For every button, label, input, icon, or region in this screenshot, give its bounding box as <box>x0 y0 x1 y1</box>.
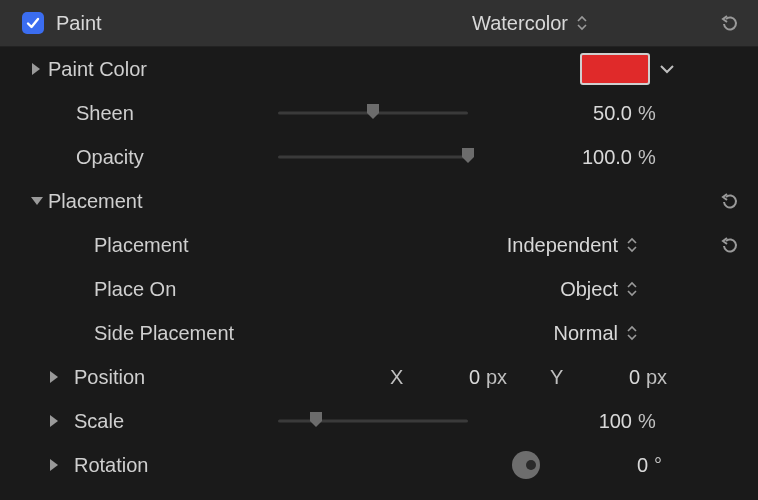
paint-header-row: Paint Watercolor <box>0 0 758 47</box>
rotation-row: Rotation 0 ° <box>0 443 758 487</box>
sheen-row: Sheen 50.0 % <box>0 91 758 135</box>
side-placement-value: Normal <box>554 322 618 345</box>
rotation-value[interactable]: 0 <box>598 454 648 477</box>
undo-icon <box>718 12 740 34</box>
side-placement-row: Side Placement Normal <box>0 311 758 355</box>
side-placement-select[interactable]: Normal <box>554 322 638 345</box>
position-label: Position <box>66 366 274 389</box>
place-on-select[interactable]: Object <box>560 278 638 301</box>
position-disclosure[interactable] <box>48 370 66 384</box>
triangle-down-icon <box>30 195 44 207</box>
position-y-axis-label: Y <box>550 366 578 389</box>
slider-thumb-icon <box>458 145 478 165</box>
scale-label: Scale <box>66 410 204 433</box>
sheen-label: Sheen <box>48 102 276 125</box>
checkmark-icon <box>25 15 41 31</box>
scale-row: Scale 100 % <box>0 399 758 443</box>
triangle-right-icon <box>48 370 60 384</box>
paint-preset-value: Watercolor <box>472 12 568 35</box>
position-xy: X 0 px Y 0 px <box>390 366 678 389</box>
position-x-unit: px <box>486 366 518 389</box>
opacity-value[interactable]: 100.0 <box>552 146 632 169</box>
updown-arrows-icon <box>626 281 638 297</box>
placement-group-label: Placement <box>48 190 248 213</box>
opacity-label: Opacity <box>48 146 276 169</box>
paint-title: Paint <box>56 12 102 35</box>
sheen-unit: % <box>632 102 678 125</box>
slider-thumb-icon <box>306 409 326 429</box>
opacity-slider-thumb[interactable] <box>458 145 478 165</box>
paint-color-disclosure[interactable] <box>30 62 48 76</box>
scale-unit: % <box>632 410 678 433</box>
opacity-unit: % <box>632 146 678 169</box>
paint-inspector-panel: Paint Watercolor Paint Color <box>0 0 758 487</box>
paint-enable-checkbox[interactable] <box>22 12 44 34</box>
undo-icon <box>718 190 740 212</box>
placement-group-reset-button[interactable] <box>718 190 740 212</box>
position-y-unit: px <box>646 366 678 389</box>
triangle-right-icon <box>30 62 42 76</box>
placement-disclosure[interactable] <box>30 195 48 207</box>
slider-thumb-icon <box>363 101 383 121</box>
position-y-value[interactable]: 0 <box>584 366 640 389</box>
sheen-slider-thumb[interactable] <box>363 101 383 121</box>
paint-color-label: Paint Color <box>48 58 248 81</box>
placement-row: Placement Independent <box>0 223 758 267</box>
place-on-label: Place On <box>48 278 294 301</box>
rotation-disclosure[interactable] <box>48 458 66 472</box>
scale-disclosure[interactable] <box>48 414 66 428</box>
opacity-row: Opacity 100.0 % <box>0 135 758 179</box>
placement-group-row: Placement <box>0 179 758 223</box>
chevron-down-icon <box>659 63 675 75</box>
sheen-slider[interactable] <box>278 101 468 125</box>
paint-color-swatch[interactable] <box>580 53 650 85</box>
position-x-axis-label: X <box>390 366 418 389</box>
rotation-label: Rotation <box>66 454 274 477</box>
place-on-row: Place On Object <box>0 267 758 311</box>
updown-arrows-icon <box>626 325 638 341</box>
placement-reset-button[interactable] <box>718 234 740 256</box>
rotation-unit: ° <box>648 454 678 477</box>
rotation-dial[interactable] <box>512 451 540 479</box>
updown-arrows-icon <box>576 15 588 31</box>
opacity-slider[interactable] <box>278 145 468 169</box>
placement-label: Placement <box>48 234 294 257</box>
side-placement-label: Side Placement <box>48 322 294 345</box>
paint-preset-select[interactable]: Watercolor <box>472 12 588 35</box>
triangle-right-icon <box>48 414 60 428</box>
scale-slider[interactable] <box>278 409 468 433</box>
position-x-value[interactable]: 0 <box>424 366 480 389</box>
placement-select[interactable]: Independent <box>507 234 638 257</box>
header-reset-button[interactable] <box>718 12 740 34</box>
undo-icon <box>718 234 740 256</box>
triangle-right-icon <box>48 458 60 472</box>
sheen-value[interactable]: 50.0 <box>552 102 632 125</box>
paint-color-expand-button[interactable] <box>656 58 678 80</box>
place-on-value: Object <box>560 278 618 301</box>
placement-value: Independent <box>507 234 618 257</box>
position-row: Position X 0 px Y 0 px <box>0 355 758 399</box>
paint-color-row: Paint Color <box>0 47 758 91</box>
scale-slider-thumb[interactable] <box>306 409 326 429</box>
updown-arrows-icon <box>626 237 638 253</box>
scale-value[interactable]: 100 <box>552 410 632 433</box>
